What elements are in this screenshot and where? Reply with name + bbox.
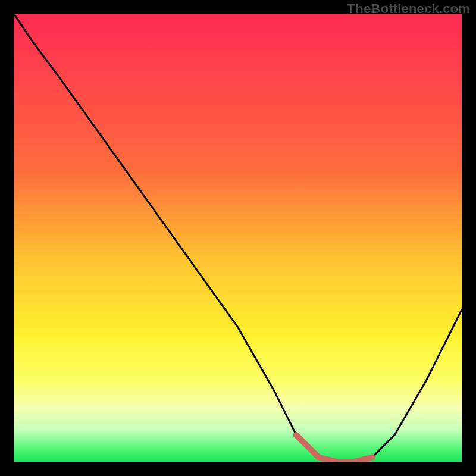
bottleneck-chart xyxy=(14,14,462,462)
chart-frame xyxy=(14,14,462,462)
watermark-text: TheBottleneck.com xyxy=(347,1,470,17)
gradient-background xyxy=(14,14,462,462)
